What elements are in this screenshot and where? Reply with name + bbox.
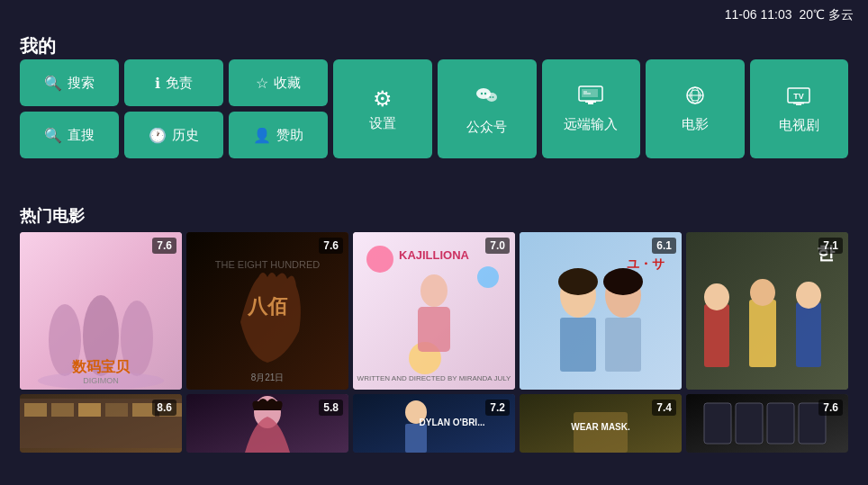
tv-series-button[interactable]: TV 电视剧	[750, 59, 849, 158]
svg-rect-73	[704, 403, 731, 444]
svg-point-3	[486, 93, 497, 102]
movie-card-1[interactable]: 数码宝贝 DIGIMON 7.6	[20, 232, 182, 390]
movie-icon	[683, 85, 708, 111]
svg-rect-37	[418, 307, 450, 352]
movie-card-3[interactable]: KAJILLIONA WRITTEN AND DIRECTED BY MIRAN…	[353, 232, 515, 390]
search-label: 搜索	[68, 75, 95, 92]
movie-card-4[interactable]: ユ・サ 6.1	[520, 232, 682, 390]
svg-point-32	[366, 246, 393, 273]
movie-rating-6: 8.6	[152, 400, 176, 416]
search-icon: 🔍	[44, 75, 62, 92]
svg-text:8月21日: 8月21日	[251, 373, 285, 382]
wechat-label: 公众号	[466, 119, 507, 136]
svg-rect-60	[105, 403, 128, 417]
svg-rect-67	[405, 424, 427, 453]
movie-card-9[interactable]: WEAR MASK. 7.4	[520, 394, 682, 453]
svg-point-2	[484, 92, 486, 94]
my-section-title: 我的	[20, 34, 56, 58]
svg-rect-58	[51, 403, 74, 417]
status-bar: 11-06 11:03 20℃ 多云	[725, 7, 854, 23]
help-icon: 👤	[253, 127, 271, 144]
datetime: 11-06 11:03	[725, 7, 792, 23]
svg-point-1	[481, 92, 483, 94]
history-label: 历史	[172, 127, 199, 144]
svg-text:ユ・サ: ユ・サ	[627, 256, 665, 271]
movie-button[interactable]: 电影	[646, 59, 745, 158]
info-icon: ℹ	[155, 75, 160, 92]
movie-rating-5: 7.1	[818, 238, 843, 254]
movie-card-2[interactable]: THE EIGHT HUNDRED 八佰 8月21日 7.6	[186, 232, 348, 390]
weather: 20℃ 多云	[800, 7, 854, 23]
svg-rect-43	[605, 318, 641, 372]
svg-rect-74	[736, 403, 763, 444]
svg-rect-59	[78, 403, 101, 417]
remote-input-label: 远端输入	[564, 116, 618, 133]
svg-text:DYLAN O'BRI...: DYLAN O'BRI...	[420, 418, 485, 427]
svg-rect-61	[132, 403, 155, 417]
svg-rect-19	[796, 103, 801, 105]
svg-text:WRITTEN AND DIRECTED BY MIRAND: WRITTEN AND DIRECTED BY MIRANDA JULY	[357, 374, 512, 382]
svg-rect-8	[585, 101, 596, 103]
star-icon: ☆	[256, 75, 268, 92]
direct-search-button[interactable]: 🔍 直搜	[20, 112, 119, 158]
svg-rect-42	[560, 318, 596, 372]
movie-label: 电影	[682, 116, 709, 133]
movie-card-10[interactable]: 7.6	[686, 394, 848, 453]
settings-label: 设置	[369, 115, 396, 132]
remote-input-button[interactable]: 远端输入	[542, 59, 641, 158]
collect-button[interactable]: ☆ 收藏	[229, 59, 328, 106]
svg-rect-75	[767, 403, 794, 444]
movie-card-5[interactable]: 한 7.1	[686, 232, 848, 390]
movie-card-6[interactable]: 8.6	[20, 394, 182, 453]
movie-rating-8: 7.2	[485, 400, 510, 416]
tv-icon: TV	[786, 85, 811, 112]
svg-text:数码宝贝: 数码宝贝	[71, 358, 131, 374]
svg-rect-9	[588, 103, 593, 104]
settings-button[interactable]: ⚙ 设置	[333, 59, 432, 158]
svg-text:KAJILLIONA: KAJILLIONA	[399, 248, 470, 262]
svg-text:八佰: 八佰	[247, 295, 288, 318]
settings-icon: ⚙	[373, 86, 393, 112]
tv-series-label: 电视剧	[779, 117, 819, 134]
hot-movies-title: 热门电影	[20, 205, 85, 227]
svg-rect-48	[704, 304, 729, 367]
history-button[interactable]: 🕐 历史	[124, 112, 223, 158]
svg-point-5	[492, 96, 493, 98]
movie-rating-7: 5.8	[319, 400, 343, 416]
free-button[interactable]: ℹ 免责	[124, 59, 223, 106]
svg-rect-52	[796, 302, 821, 367]
svg-point-51	[750, 279, 775, 306]
help-label: 赞助	[276, 127, 303, 144]
direct-search-icon: 🔍	[44, 127, 62, 144]
svg-rect-57	[24, 403, 47, 417]
wechat-icon	[475, 83, 500, 113]
buttons-area: 🔍 搜索 ℹ 免责 ☆ 收藏 🔍 直搜 🕐 历史 👤 赞助 ⚙ 设置	[20, 59, 848, 158]
svg-rect-50	[749, 300, 776, 367]
svg-point-53	[796, 282, 821, 309]
movie-rating-2: 7.6	[319, 238, 343, 254]
svg-point-4	[489, 96, 491, 98]
movies-grid: 数码宝贝 DIGIMON 7.6 THE EIGHT HUNDRED 八佰 8月…	[20, 232, 848, 453]
collect-label: 收藏	[274, 75, 301, 92]
clock-icon: 🕐	[149, 127, 167, 144]
movie-card-7[interactable]: 5.8	[186, 394, 348, 453]
svg-point-36	[420, 274, 448, 307]
svg-point-49	[704, 283, 729, 310]
svg-rect-70	[574, 412, 628, 453]
svg-point-45	[603, 268, 643, 295]
movie-rating-4: 6.1	[652, 238, 676, 254]
svg-point-44	[558, 268, 598, 295]
free-label: 免责	[166, 75, 193, 92]
svg-text:WEAR MASK.: WEAR MASK.	[571, 422, 630, 432]
movie-rating-9: 7.4	[652, 400, 676, 416]
btn-group-right: 公众号 远端输入	[438, 59, 848, 158]
svg-rect-18	[793, 103, 804, 104]
wechat-button[interactable]: 公众号	[438, 59, 537, 158]
search-button[interactable]: 🔍 搜索	[20, 59, 119, 106]
movie-card-8[interactable]: DYLAN O'BRI... 7.2	[353, 394, 515, 453]
svg-text:TV: TV	[793, 92, 804, 101]
svg-text:DIGIMON: DIGIMON	[83, 376, 119, 385]
svg-point-33	[477, 266, 499, 288]
movie-rating-3: 7.0	[485, 238, 510, 254]
help-button[interactable]: 👤 赞助	[229, 112, 328, 158]
